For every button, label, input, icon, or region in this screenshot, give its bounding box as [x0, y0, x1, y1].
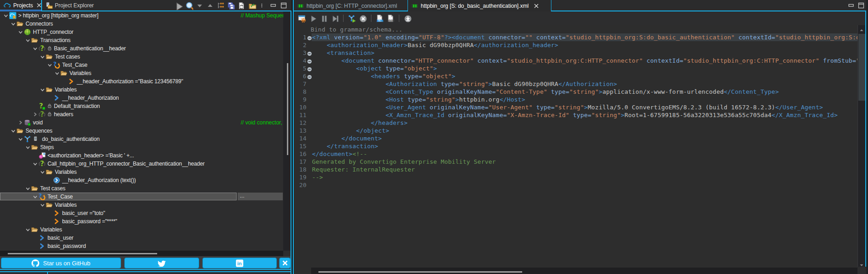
code-line-6[interactable]: 6 <headers type="object">: [294, 72, 857, 80]
star-on-github-button[interactable]: Star us on GitHub: [1, 258, 121, 269]
close-notification-button[interactable]: [279, 258, 291, 269]
code-line-7[interactable]: 7 <Authorization type="string">Basic dG9…: [294, 80, 857, 88]
tree-item-basic_password[interactable]: basic_password: [0, 242, 283, 250]
editor-tab-1[interactable]: httpbin_org [C: HTTP_connector].xml: [294, 0, 406, 11]
code-line-14[interactable]: 14 </document>: [294, 134, 857, 142]
minimize-button[interactable]: [847, 2, 855, 11]
tree-item-transactions[interactable]: Transactions: [0, 36, 283, 44]
scrollbar-thumb[interactable]: [287, 63, 288, 155]
project-explorer-icon: [45, 2, 53, 9]
code-line-3[interactable]: 3 <transaction>: [294, 49, 857, 57]
editor-area-border-left: [293, 0, 294, 274]
search-button[interactable]: [185, 1, 193, 10]
code-line-12[interactable]: 12 </headers>: [294, 119, 857, 127]
code-line-10[interactable]: 10 <User_Agent originalKeyName="User-Age…: [294, 103, 857, 111]
code-line-17[interactable]: 17Generated by Convertigo Enterprise Mob…: [294, 158, 857, 166]
stop-button[interactable]: [359, 14, 367, 22]
tree-item-test_case[interactable]: ...?Test_Case: [0, 193, 283, 201]
tree-item-label: basic_user ="toto": [62, 209, 105, 217]
view-menu-button[interactable]: [258, 1, 267, 10]
pause-button[interactable]: [320, 14, 328, 22]
tree-item-do_basic_authentication[interactable]: do_basic_authentication: [0, 135, 283, 143]
tree-item-variables[interactable]: Variables: [0, 86, 283, 94]
tree-item-test-cases[interactable]: Test cases: [0, 53, 283, 61]
editor-tab-2[interactable]: httpbin_org [S: do_basic_authentication]…: [408, 0, 551, 11]
tree-item-variables[interactable]: Variables: [0, 201, 283, 209]
code-line-4[interactable]: 4 <document connector="HTTP_connector" c…: [294, 57, 857, 64]
scrollbar-thumb[interactable]: [8, 253, 157, 254]
refresh-button[interactable]: [237, 1, 246, 10]
tree-item-steps[interactable]: Steps: [0, 143, 283, 151]
editor-vertical-scrollbar[interactable]: [857, 25, 865, 267]
expand-button[interactable]: [206, 1, 214, 10]
tree-item-variables[interactable]: Variables: [0, 168, 283, 176]
view-tab-project-explorer[interactable]: Project Explorer: [42, 0, 96, 11]
tab-label: Project Explorer: [55, 2, 94, 9]
tree-item-__header_authorization[interactable]: __header_Authorization: [0, 94, 283, 102]
tree-item-call_httpbin_org_http_connector_basic_authentication__header[interactable]: ?Call_httpbin_org_HTTP_connector_Basic_a…: [0, 160, 283, 168]
close-tab-icon[interactable]: [534, 3, 539, 9]
scrollbar-thumb[interactable]: [858, 34, 865, 101]
scroll-up-icon[interactable]: [859, 26, 864, 31]
xml-file-button[interactable]: xml: [376, 14, 384, 22]
code-line-8[interactable]: 8 <Content_Type originalKeyName="Content…: [294, 88, 857, 96]
editor-horizontal-scrollbar[interactable]: [311, 268, 857, 274]
run-button[interactable]: [174, 1, 183, 10]
download-button[interactable]: [403, 14, 412, 22]
tree-item-authorization_header-basic[interactable]: xml<authorization_header> ='Basic ' +...: [0, 151, 283, 160]
code-line-15[interactable]: 15 </transaction>: [294, 142, 857, 150]
tree-item-variables[interactable]: Variables: [0, 69, 283, 77]
tree-item-__header_authorization-basic-123456789[interactable]: __header_Authorization ="Basic 123456789…: [0, 77, 283, 86]
linkedin-button[interactable]: in: [202, 258, 277, 269]
tree-item-test_case[interactable]: ?Test_Case: [0, 61, 283, 69]
link-editor-button[interactable]: [216, 1, 225, 10]
code-line-11[interactable]: 11 <X_Amzn_Trace_Id originalKeyName="X-A…: [294, 111, 857, 119]
code-line-1[interactable]: 1<?xml version="1.0" encoding="UTF-8"?><…: [294, 33, 857, 41]
save-all-button[interactable]: [227, 1, 235, 10]
line-content: <X_Amzn_Trace_Id originalKeyName="X-Amzn…: [312, 111, 838, 119]
engine-config-button[interactable]: [298, 14, 306, 22]
code-line-19[interactable]: 19-->: [294, 173, 857, 181]
tree-item-variables[interactable]: Variables: [0, 226, 283, 234]
tree-item-sequences[interactable]: Sequences: [0, 127, 283, 135]
json-file-button[interactable]: JSON: [386, 14, 395, 22]
tree-item-basic_user[interactable]: basic_user: [0, 234, 283, 242]
code-line-18[interactable]: 18Requester: InternalRequester: [294, 166, 857, 173]
line-number: 17: [294, 158, 307, 166]
tree-item-default_transaction[interactable]: ?Default_transaction: [0, 102, 283, 110]
tree-item-label: Test cases: [40, 184, 65, 193]
tree-item-http_connector[interactable]: HTTP_connector: [0, 28, 283, 36]
tree-item-connectors[interactable]: Connectors: [0, 20, 283, 28]
maximize-button[interactable]: [857, 2, 865, 11]
tree-item-void[interactable]: void// void connector,: [0, 118, 283, 127]
tree-item-basic_password[interactable]: basic_password ="****": [0, 217, 283, 226]
code-line-9[interactable]: 9 <Host type="string">httpbin.org</Host>: [294, 96, 857, 103]
tree-item-test-cases[interactable]: Test cases: [0, 184, 283, 193]
collapse-all-button[interactable]: [195, 1, 204, 10]
tree-item-headers[interactable]: ?headers: [0, 110, 283, 118]
xml-editor[interactable]: Bind to grammar/schema... 1<?xml version…: [294, 25, 857, 274]
scrollbar-thumb[interactable]: [318, 271, 522, 273]
play-button[interactable]: [309, 14, 317, 22]
tree-item-httpbin_org-httpbin_org-master[interactable]: > httpbin_org [httpbin_org master]// Mas…: [0, 11, 283, 20]
step-button[interactable]: [331, 14, 339, 22]
maximize-button[interactable]: [279, 1, 288, 10]
code-line-16[interactable]: 16</document><!--: [294, 150, 857, 158]
twitter-button[interactable]: [124, 258, 199, 269]
tree-item-__header_authorization-text[interactable]: __header_Authorization (text()): [0, 176, 283, 184]
scroll-down-icon[interactable]: [859, 261, 864, 266]
tree-horizontal-scrollbar[interactable]: [0, 251, 283, 256]
minimize-button[interactable]: [269, 1, 277, 10]
line-number: 5: [294, 64, 307, 72]
code-line-5[interactable]: 5 <object type="object">: [294, 64, 857, 72]
cloud-icon: [3, 2, 11, 9]
view-tab-projects[interactable]: Projects: [0, 0, 42, 11]
code-line-13[interactable]: 13 </object>: [294, 127, 857, 134]
code-line-20[interactable]: 20: [294, 181, 857, 189]
tree-item-basic_user-toto[interactable]: basic_user ="toto": [0, 209, 283, 217]
execute-sequence-button[interactable]: [348, 14, 356, 22]
code-line-2[interactable]: 2 <authorization_header>Basic dG90bzp0QH…: [294, 41, 857, 49]
import-project-button[interactable]: [248, 1, 256, 10]
tree-item-basic_authentication__header[interactable]: ?Basic_authentication__header: [0, 44, 283, 53]
selected-row-more[interactable]: ...: [238, 193, 283, 200]
